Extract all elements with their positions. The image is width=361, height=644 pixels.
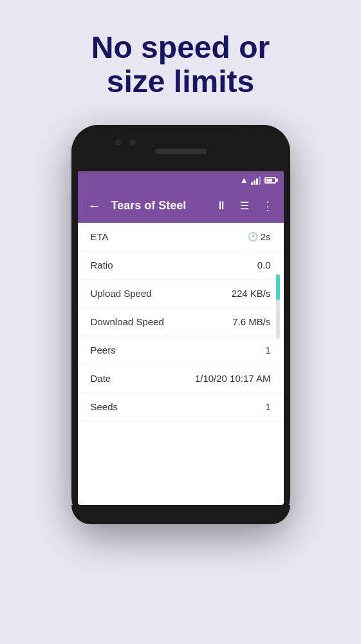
- pause-button[interactable]: ⏸: [213, 196, 230, 215]
- peers-label: Peers: [91, 345, 116, 355]
- date-label: Date: [91, 373, 111, 384]
- table-row: Ratio 0.0: [78, 251, 284, 279]
- phone-mockup: ▲ ← Tears of Steel: [71, 125, 290, 524]
- download-speed-value: 7.6 MB/s: [232, 316, 270, 327]
- app-toolbar: ← Tears of Steel ⏸ ☰ ⋮: [78, 189, 284, 223]
- eta-label: ETA: [91, 231, 109, 242]
- table-row: ETA 🕐 2s: [78, 223, 284, 251]
- phone-speaker: [155, 149, 207, 154]
- camera-right: [129, 139, 136, 146]
- phone-frame: ▲ ← Tears of Steel: [71, 125, 290, 524]
- signal-icon: [251, 176, 261, 185]
- table-row: Upload Speed 224 KB/s: [78, 279, 284, 308]
- more-button[interactable]: ⋮: [259, 196, 276, 216]
- camera-left: [115, 139, 122, 146]
- list-button[interactable]: ☰: [237, 197, 252, 214]
- seeds-label: Seeds: [91, 401, 118, 412]
- wifi-icon: ▲: [240, 175, 248, 185]
- scroll-indicator: [276, 274, 280, 300]
- upload-speed-label: Upload Speed: [91, 288, 152, 299]
- toolbar-title: Tears of Steel: [111, 199, 208, 213]
- toolbar-actions: ⏸ ☰ ⋮: [213, 196, 276, 216]
- table-row: Peers 1: [78, 336, 284, 365]
- phone-bottom: [71, 505, 290, 524]
- status-bar: ▲: [78, 171, 284, 189]
- phone-screen: ▲ ← Tears of Steel: [78, 171, 284, 505]
- table-row: Seeds 1: [78, 393, 284, 421]
- clock-icon: 🕐: [248, 232, 258, 242]
- ratio-value: 0.0: [257, 260, 271, 270]
- info-content: ETA 🕐 2s Ratio 0.0 Upload Speed 224 KB/s: [78, 223, 284, 421]
- headline: No speed or size limits: [66, 31, 295, 99]
- back-button[interactable]: ←: [86, 196, 104, 216]
- peers-value: 1: [265, 345, 270, 355]
- date-value: 1/10/20 10:17 AM: [195, 373, 271, 384]
- table-row: Date 1/10/20 10:17 AM: [78, 365, 284, 393]
- scroll-bar: [276, 274, 280, 339]
- seeds-value: 1: [265, 401, 270, 412]
- eta-value: 🕐 2s: [248, 231, 271, 242]
- upload-speed-value: 224 KB/s: [232, 288, 271, 299]
- table-row: Download Speed 7.6 MB/s: [78, 308, 284, 336]
- battery-icon: [264, 177, 276, 184]
- phone-top: [71, 125, 290, 171]
- ratio-label: Ratio: [91, 260, 113, 270]
- download-speed-label: Download Speed: [91, 316, 164, 327]
- status-icons: ▲: [240, 175, 276, 185]
